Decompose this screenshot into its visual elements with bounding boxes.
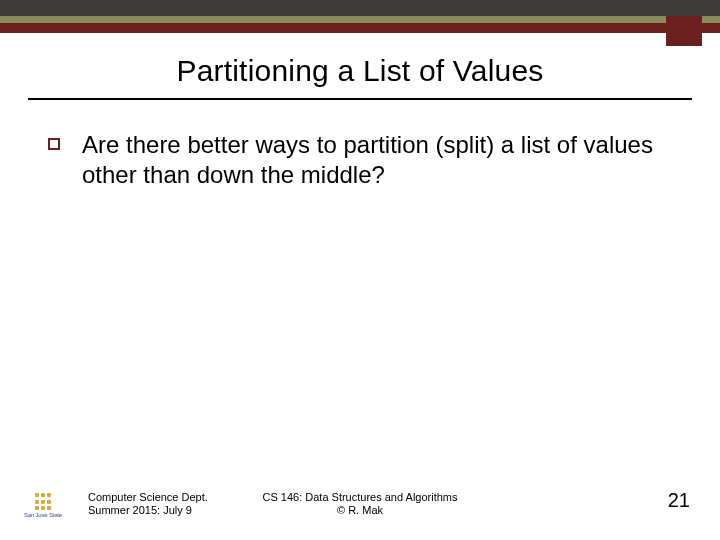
decor-top-maroon — [0, 23, 720, 33]
title-underline — [28, 98, 692, 100]
slide: Partitioning a List of Values Are there … — [0, 0, 720, 540]
page-number: 21 — [668, 489, 690, 512]
footer-center: CS 146: Data Structures and Algorithms ©… — [0, 491, 720, 519]
decor-top-dark — [0, 0, 720, 16]
footer-copyright: © R. Mak — [0, 504, 720, 518]
bullet-square-icon — [48, 138, 60, 150]
footer-course: CS 146: Data Structures and Algorithms — [0, 491, 720, 505]
bullet-item: Are there better ways to partition (spli… — [48, 130, 680, 190]
decor-top-olive — [0, 16, 720, 23]
bullet-text: Are there better ways to partition (spli… — [82, 130, 680, 190]
slide-title: Partitioning a List of Values — [0, 54, 720, 88]
decor-top-block — [666, 16, 702, 46]
content-area: Are there better ways to partition (spli… — [48, 130, 680, 190]
